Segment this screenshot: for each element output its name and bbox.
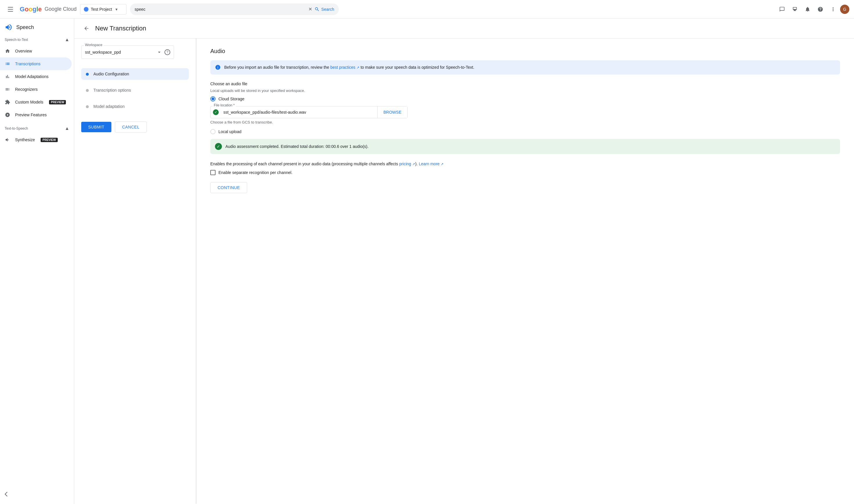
main-layout: Speech Speech-to-Text ▲ Overview Transcr… xyxy=(0,19,854,504)
sidebar-item-model-adaptations[interactable]: Model Adaptations xyxy=(0,70,72,83)
search-clear-icon[interactable]: ✕ xyxy=(308,6,312,12)
sidebar-item-transcriptions[interactable]: Transcriptions xyxy=(0,57,72,70)
help-button[interactable] xyxy=(815,3,826,15)
sidebar-header: Speech xyxy=(0,19,74,35)
right-panel: Audio Before you import an audio file fo… xyxy=(196,39,854,504)
file-hint: Choose a file from GCS to transcribe. xyxy=(210,120,840,124)
step-audio-config[interactable]: Audio Configuration xyxy=(81,68,189,80)
menu-button[interactable] xyxy=(5,3,16,15)
recognizers-label: Recognizers xyxy=(15,87,38,92)
step-dot-audio xyxy=(86,73,89,76)
workspace-help-icon[interactable]: ? xyxy=(164,49,170,55)
info-description: Before you import an audio file for tran… xyxy=(224,65,474,70)
enable-channels-label: Enable separate recognition per channel. xyxy=(218,170,292,175)
assessment-box: ✓ Audio assessment completed. Estimated … xyxy=(210,139,840,154)
cloud-storage-label: Cloud Storage xyxy=(218,96,245,101)
file-path-text: sst_workspace_ppd/audio-files/test-audio… xyxy=(221,106,377,118)
transcriptions-label: Transcriptions xyxy=(15,61,40,66)
sidebar-item-synthesize[interactable]: Synthesize PREVIEW xyxy=(0,133,72,146)
notifications-button[interactable] xyxy=(802,3,813,15)
workspace-selector[interactable]: Workspace sst_workspace_ppd ? xyxy=(81,46,174,59)
sidebar-item-custom-models[interactable]: Custom Models PREVIEW xyxy=(0,96,72,108)
sidebar-item-preview-features[interactable]: Preview Features xyxy=(0,108,72,121)
two-column-layout: Workspace sst_workspace_ppd ? Audio Conf… xyxy=(74,39,854,504)
workspace-label: Workspace xyxy=(84,43,104,47)
topbar-icons: G xyxy=(776,3,849,15)
form-buttons: SUBMIT CANCEL xyxy=(81,122,189,132)
enable-channels-checkbox[interactable] xyxy=(210,170,215,175)
best-practices-external-icon: ↗ xyxy=(356,66,359,70)
browse-button[interactable]: BROWSE xyxy=(377,106,407,118)
enable-channels-row: Enable separate recognition per channel. xyxy=(210,170,840,175)
assessment-text: Audio assessment completed. Estimated to… xyxy=(226,144,369,149)
sidebar-collapse-button[interactable] xyxy=(0,489,15,499)
steps-list: Audio Configuration Transcription option… xyxy=(81,68,189,112)
overview-label: Overview xyxy=(15,49,32,53)
best-practices-link[interactable]: best practices ↗ xyxy=(331,65,359,70)
audio-title: Audio xyxy=(210,48,840,55)
step-model-adaptation[interactable]: Model adaptation xyxy=(81,101,189,112)
learn-more-link[interactable]: Learn more ↗ xyxy=(419,162,444,166)
file-location-label: File location * xyxy=(213,103,236,107)
sidebar-item-overview[interactable]: Overview xyxy=(0,44,72,57)
cloud-storage-radio-button[interactable] xyxy=(210,96,215,102)
info-icon xyxy=(215,65,221,70)
feedback-icon xyxy=(779,6,785,12)
more-options-button[interactable] xyxy=(827,3,839,15)
local-upload-label: Local upload xyxy=(218,129,241,134)
user-avatar[interactable]: G xyxy=(840,5,849,14)
cloud-logo-text: Google Cloud xyxy=(45,6,76,12)
audio-source-radio-group: Cloud Storage xyxy=(210,96,840,102)
synthesize-preview-badge: PREVIEW xyxy=(41,138,57,142)
step-dot-model xyxy=(86,105,89,108)
text-to-speech-section[interactable]: Text-to-Speech ▲ xyxy=(0,124,74,133)
preview-features-label: Preview Features xyxy=(15,112,47,117)
custom-models-preview-badge: PREVIEW xyxy=(49,100,66,104)
overview-icon xyxy=(5,48,11,54)
help-icon xyxy=(817,6,823,12)
cloud-shell-icon xyxy=(792,6,798,12)
step-transcription-options[interactable]: Transcription options xyxy=(81,84,189,96)
workspace-value: sst_workspace_ppd xyxy=(85,50,121,55)
collapse-icon xyxy=(5,491,11,497)
local-upload-radio-button[interactable] xyxy=(210,129,215,134)
local-upload-radio[interactable]: Local upload xyxy=(210,129,840,134)
channels-description: Enables the processing of each channel p… xyxy=(210,161,840,167)
custom-models-label: Custom Models xyxy=(15,100,43,104)
choose-audio-label: Choose an audio file xyxy=(210,82,840,86)
sidebar-title: Speech xyxy=(16,24,34,31)
search-button[interactable]: Search xyxy=(315,7,334,12)
step-label-model: Model adaptation xyxy=(93,104,124,109)
send-feedback-button[interactable] xyxy=(776,3,788,15)
pricing-link[interactable]: pricing ↗ xyxy=(399,162,415,166)
workspace-select-icons: ? xyxy=(156,49,170,55)
cloud-storage-radio[interactable]: Cloud Storage xyxy=(210,96,840,102)
cloud-shell-button[interactable] xyxy=(789,3,801,15)
preview-features-icon xyxy=(5,112,11,118)
sidebar: Speech Speech-to-Text ▲ Overview Transcr… xyxy=(0,19,74,504)
page-header: New Transcription xyxy=(74,19,854,39)
search-input[interactable] xyxy=(135,7,306,12)
back-arrow-icon xyxy=(84,25,89,31)
workspace-container: Workspace sst_workspace_ppd ? xyxy=(81,46,189,59)
search-bar: ✕ Search xyxy=(130,3,339,15)
project-name: Test Project xyxy=(91,7,112,12)
search-button-label: Search xyxy=(321,7,334,12)
more-vert-icon xyxy=(830,6,836,12)
continue-button[interactable]: CONTINUE xyxy=(210,182,247,193)
project-selector[interactable]: Test Project ▾ xyxy=(80,4,126,15)
pricing-external-icon: ↗ xyxy=(412,162,415,166)
search-icon xyxy=(315,7,320,12)
submit-button[interactable]: SUBMIT xyxy=(81,122,111,132)
file-check-container: ✓ xyxy=(211,107,221,118)
recognizers-icon xyxy=(5,86,11,92)
page-title: New Transcription xyxy=(95,25,146,32)
speech-to-text-section[interactable]: Speech-to-Text ▲ xyxy=(0,35,74,44)
cancel-button[interactable]: CANCEL xyxy=(115,122,147,132)
google-cloud-logo[interactable]: Google Google Cloud xyxy=(20,5,76,13)
sidebar-item-recognizers[interactable]: Recognizers xyxy=(0,83,72,96)
project-dropdown-icon: ▾ xyxy=(115,7,118,12)
model-adaptations-label: Model Adaptations xyxy=(15,74,49,79)
info-box: Before you import an audio file for tran… xyxy=(210,60,840,74)
back-button[interactable] xyxy=(81,23,92,34)
